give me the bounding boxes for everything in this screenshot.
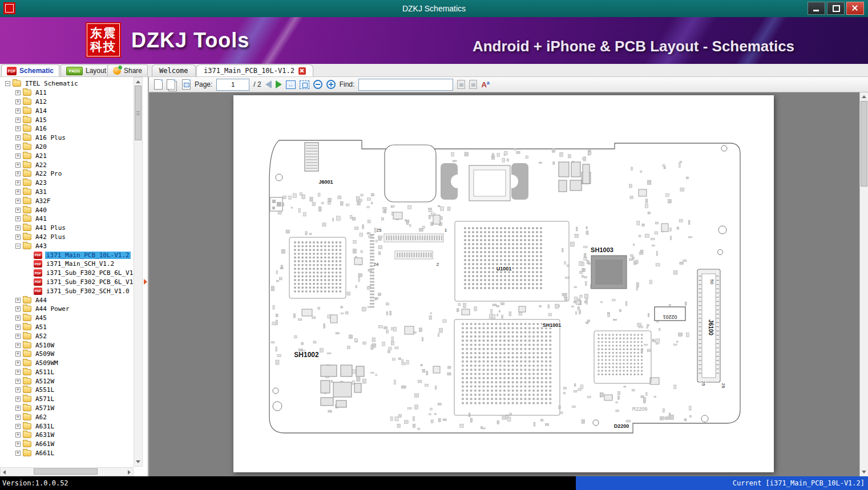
page-number-input[interactable] xyxy=(216,79,249,91)
expand-icon[interactable]: + xyxy=(15,451,21,456)
tree-item-folder[interactable]: +A51 xyxy=(2,323,133,332)
zoom-out-icon[interactable] xyxy=(313,80,322,89)
expand-icon[interactable]: + xyxy=(15,415,21,420)
find-next-icon[interactable] xyxy=(469,80,477,89)
next-page-icon[interactable] xyxy=(276,80,282,88)
tree-item-folder[interactable]: +A509W xyxy=(2,350,133,359)
scroll-up-icon[interactable] xyxy=(862,95,866,98)
expand-icon[interactable]: + xyxy=(15,379,21,384)
expand-icon[interactable]: + xyxy=(15,424,21,429)
tree-item-folder[interactable]: +A20 xyxy=(2,143,133,152)
tree-item-folder[interactable]: +A509WM xyxy=(2,359,133,368)
collapse-icon[interactable]: − xyxy=(15,244,21,249)
tree-item-folder[interactable]: +A512W xyxy=(2,376,133,386)
find-previous-icon[interactable] xyxy=(457,80,465,89)
scroll-right-icon[interactable] xyxy=(128,470,131,475)
expand-icon[interactable]: + xyxy=(15,225,21,230)
tab-share[interactable]: Share xyxy=(107,64,148,76)
tree-item-folder[interactable]: −ITEL Schematic xyxy=(2,79,133,88)
expand-icon[interactable]: + xyxy=(15,361,21,366)
expand-icon[interactable]: + xyxy=(15,126,21,131)
snapshot-icon[interactable] xyxy=(182,79,191,90)
expand-icon[interactable]: + xyxy=(15,153,21,159)
minimize-button[interactable] xyxy=(808,2,825,15)
sidebar-collapse-arrow-icon[interactable] xyxy=(144,279,147,285)
tree-item-folder[interactable]: +A31 xyxy=(2,188,133,197)
expand-icon[interactable]: + xyxy=(15,216,21,221)
tree-item-folder[interactable]: +A22 xyxy=(2,160,133,169)
tree-item-file[interactable]: PDFi371_Sub_F302_PCB_6L_V1.1 xyxy=(2,269,133,278)
tree-item-folder[interactable]: +A15 xyxy=(2,115,133,124)
tab-welcome[interactable]: Welcome xyxy=(152,64,196,76)
tree-item-folder[interactable]: +A42 Plus xyxy=(2,233,133,242)
expand-icon[interactable]: + xyxy=(15,90,21,95)
tree-item-file[interactable]: PDFi371_Sub_F302_SCH_V1.0 xyxy=(2,286,133,295)
fit-page-icon[interactable] xyxy=(300,80,309,89)
tree-item-folder[interactable]: +A11 xyxy=(2,88,133,98)
tree-item-folder[interactable]: +A14 xyxy=(2,106,133,115)
viewer-vertical-scrollbar[interactable] xyxy=(859,92,868,476)
tree-item-folder[interactable]: +A571L xyxy=(2,395,133,404)
expand-icon[interactable]: + xyxy=(15,396,21,402)
expand-icon[interactable]: + xyxy=(15,432,21,438)
tree-item-folder[interactable]: +A40 xyxy=(2,205,133,214)
sidebar-horizontal-scrollbar[interactable] xyxy=(0,467,134,476)
expand-icon[interactable]: + xyxy=(15,334,21,339)
tree-item-file[interactable]: PDFi371_Main_PCB_10L-V1.2 xyxy=(2,250,133,260)
expand-icon[interactable]: + xyxy=(15,306,21,311)
tree-item-folder[interactable]: +A44 Power xyxy=(2,305,133,314)
tree-item-folder[interactable]: +A44 xyxy=(2,295,133,305)
collapse-icon[interactable]: − xyxy=(5,81,10,86)
expand-icon[interactable]: + xyxy=(15,442,21,447)
tree-item-folder[interactable]: +A52 xyxy=(2,331,133,341)
tree-item-folder[interactable]: +A551L xyxy=(2,386,133,395)
tree-item-folder[interactable]: +A631W xyxy=(2,431,133,440)
single-page-icon[interactable] xyxy=(154,79,163,90)
expand-icon[interactable]: + xyxy=(15,208,21,213)
expand-icon[interactable]: + xyxy=(15,171,21,176)
scroll-left-icon[interactable] xyxy=(3,470,6,475)
pdf-viewer[interactable]: J6001251242U1001SH1003SH1001SH100202201J… xyxy=(149,92,859,476)
tree-item-file[interactable]: PDFi371_Sub_F302_PCB_6L_V1.1 xyxy=(2,278,133,287)
fit-width-icon[interactable] xyxy=(286,80,296,89)
scroll-down-icon[interactable] xyxy=(862,471,866,473)
tab-document-active[interactable]: i371_Main_PCB_10L-V1.2 xyxy=(196,64,313,76)
expand-icon[interactable]: + xyxy=(15,99,21,104)
find-input[interactable] xyxy=(358,79,453,91)
scrollbar-thumb[interactable] xyxy=(34,468,98,475)
tree-item-folder[interactable]: +A661W xyxy=(2,440,133,449)
tree-item-file[interactable]: PDFi371_Main_SCH_V1.2 xyxy=(2,260,133,269)
expand-icon[interactable]: + xyxy=(15,180,21,185)
tree-item-folder[interactable]: +A23 xyxy=(2,179,133,188)
expand-icon[interactable]: + xyxy=(15,315,21,321)
scrollbar-thumb[interactable] xyxy=(861,101,867,187)
scroll-down-icon[interactable] xyxy=(136,460,140,463)
tab-schematic[interactable]: PDF Schematic xyxy=(1,64,59,76)
tree-item-folder[interactable]: +A510W xyxy=(2,341,133,350)
tree-item-folder[interactable]: +A41 xyxy=(2,214,133,224)
tree-item-folder[interactable]: −A43 xyxy=(2,241,133,250)
match-case-icon[interactable]: Aa xyxy=(481,80,489,89)
close-button[interactable] xyxy=(846,2,864,15)
expand-icon[interactable]: + xyxy=(15,144,21,149)
sidebar-vertical-scrollbar[interactable] xyxy=(134,77,143,467)
expand-icon[interactable]: + xyxy=(15,370,21,375)
expand-icon[interactable]: + xyxy=(15,108,21,114)
tree-item-folder[interactable]: +A45 xyxy=(2,314,133,323)
close-tab-icon[interactable] xyxy=(298,67,306,75)
tree-item-folder[interactable]: +A16 Plus xyxy=(2,133,133,143)
tree-item-folder[interactable]: +A661L xyxy=(2,449,133,458)
scroll-up-icon[interactable] xyxy=(136,80,140,83)
zoom-in-icon[interactable] xyxy=(326,80,336,89)
tree-item-folder[interactable]: +A631L xyxy=(2,422,133,431)
expand-icon[interactable]: + xyxy=(15,406,21,411)
expand-icon[interactable]: + xyxy=(15,118,21,123)
expand-icon[interactable]: + xyxy=(15,199,21,204)
expand-icon[interactable]: + xyxy=(15,189,21,195)
tree-item-folder[interactable]: +A12 xyxy=(2,98,133,107)
tree-item-folder[interactable]: +A41 Plus xyxy=(2,224,133,233)
expand-icon[interactable]: + xyxy=(15,298,21,303)
scrollbar-thumb[interactable] xyxy=(135,86,142,140)
multi-page-icon[interactable] xyxy=(167,79,175,90)
expand-icon[interactable]: + xyxy=(15,163,21,168)
